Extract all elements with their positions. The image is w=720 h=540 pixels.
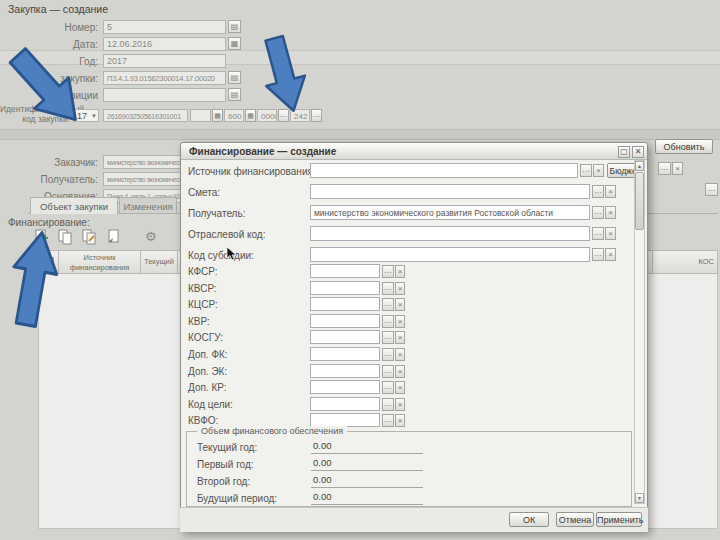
kbk-field-0[interactable] — [310, 264, 380, 278]
field-value-0[interactable]: 5 — [103, 20, 226, 34]
kbk-field-1[interactable] — [310, 281, 380, 295]
kbk-clear-icon-1[interactable]: × — [395, 282, 405, 295]
apply-button[interactable]: Применить — [596, 512, 642, 527]
kbk-clear-icon-9[interactable]: × — [395, 414, 405, 427]
maximize-icon[interactable]: ▢ — [618, 146, 630, 158]
recipient-clear-icon[interactable]: × — [605, 206, 616, 219]
table-header-source[interactable]: Источник финансирования — [58, 250, 141, 274]
field-button-doc-icon[interactable]: ▤ — [228, 71, 241, 84]
field-value-2[interactable]: 2017 — [103, 54, 226, 68]
volume-value-3[interactable]: 0.00 — [311, 491, 423, 505]
industry-code-clear-icon[interactable]: × — [605, 227, 616, 240]
ikz-picker2-icon[interactable]: ▦ — [245, 109, 256, 122]
kbk-clear-icon-2[interactable]: × — [395, 298, 405, 311]
ikz-num3-lookup-button[interactable]: … — [311, 109, 322, 122]
recipient-field[interactable]: министерство экономического развития Рос… — [310, 205, 590, 220]
kbk-field-8[interactable] — [310, 397, 380, 411]
field-value-3[interactable]: П3.4.1.93.01562300014.17.00020 — [103, 71, 226, 85]
kbk-field-5[interactable] — [310, 347, 380, 361]
kbk-lookup-button-2[interactable]: … — [382, 298, 394, 311]
kbk-field-4[interactable] — [310, 330, 380, 344]
modal-scrollbar[interactable]: ▲ ▼ — [634, 160, 645, 504]
ikz-empty-field[interactable] — [190, 109, 211, 122]
volume-label-1: Первый год: — [197, 459, 254, 470]
kbk-lookup-button-1[interactable]: … — [382, 282, 394, 295]
ikz-picker-icon[interactable]: ▦ — [212, 109, 223, 122]
kbk-clear-icon-6[interactable]: × — [395, 365, 405, 378]
kbk-label-5: Доп. ФК: — [188, 349, 228, 360]
table-header-current-year[interactable]: Текущий год — [140, 250, 178, 274]
delete-financing-icon[interactable] — [105, 229, 121, 245]
kbk-clear-icon-7[interactable]: × — [395, 381, 405, 394]
kbk-lookup-button-0[interactable]: … — [382, 265, 394, 278]
kbk-lookup-button-6[interactable]: … — [382, 365, 394, 378]
kbk-lookup-button-9[interactable]: … — [382, 414, 394, 427]
basis-lookup-button[interactable]: … — [705, 183, 718, 196]
ikz-code-field[interactable]: 26169032505616301001 — [103, 109, 188, 122]
kbk-clear-icon-3[interactable]: × — [395, 315, 405, 328]
edit-financing-icon[interactable] — [81, 229, 97, 245]
volume-value-1[interactable]: 0.00 — [311, 457, 423, 471]
scroll-down-icon[interactable]: ▼ — [635, 493, 644, 503]
kbk-field-9[interactable] — [310, 413, 380, 427]
separator-band-mid — [0, 129, 720, 140]
source-field[interactable] — [310, 163, 578, 178]
ikz-num1-field[interactable]: 600 — [224, 109, 244, 122]
field-value-4[interactable] — [103, 88, 226, 102]
subsidy-code-label: Код субсидии: — [188, 250, 254, 261]
recipient-label: Получатель: — [188, 208, 245, 219]
tab-purchase-object[interactable]: Объект закупки — [30, 197, 118, 214]
kbk-clear-icon-0[interactable]: × — [395, 265, 405, 278]
ok-button[interactable]: ОК — [509, 512, 549, 527]
kbk-field-3[interactable] — [310, 314, 380, 328]
kbk-label-0: КФСР: — [188, 266, 218, 277]
chevron-down-icon: ▼ — [91, 111, 97, 122]
dialog-title: Финансирование — создание — [181, 143, 647, 160]
customer-clear-icon[interactable]: × — [672, 162, 683, 175]
kbk-clear-icon-4[interactable]: × — [395, 331, 405, 344]
dialog-footer: ОКОтменаПрименить — [180, 507, 648, 532]
field-button-doc-icon[interactable]: ▤ — [228, 88, 241, 101]
kbk-lookup-button-5[interactable]: … — [382, 348, 394, 361]
volume-value-0[interactable]: 0.00 — [311, 440, 423, 454]
volume-label-2: Второй год: — [197, 476, 250, 487]
subsidy-code-lookup-button[interactable]: … — [592, 248, 604, 261]
source-lookup-button[interactable]: … — [580, 164, 592, 177]
industry-code-field[interactable] — [310, 226, 590, 241]
cancel-button[interactable]: Отмена — [556, 512, 594, 527]
estimate-clear-icon[interactable]: × — [605, 185, 616, 198]
volume-value-2[interactable]: 0.00 — [311, 474, 423, 488]
kbk-lookup-button-4[interactable]: … — [382, 331, 394, 344]
kbk-field-7[interactable] — [310, 380, 380, 394]
close-icon[interactable]: ✕ — [632, 146, 644, 158]
kbk-lookup-button-8[interactable]: … — [382, 398, 394, 411]
kbk-label-9: КВФО: — [188, 415, 218, 426]
kbk-label-4: КОСГУ: — [188, 332, 223, 343]
tab-changes[interactable]: Изменения — [119, 197, 177, 214]
kbk-clear-icon-5[interactable]: × — [395, 348, 405, 361]
kbk-field-6[interactable] — [310, 364, 380, 378]
kbk-lookup-button-3[interactable]: … — [382, 315, 394, 328]
kbk-label-6: Доп. ЭК: — [188, 366, 227, 377]
field-button-calendar-icon[interactable]: ▦ — [228, 37, 241, 50]
recipient-lookup-button[interactable]: … — [592, 206, 604, 219]
kbk-lookup-button-7[interactable]: … — [382, 381, 394, 394]
refresh-button[interactable]: Обновить — [655, 139, 713, 154]
field-button-doc-icon[interactable]: ▤ — [228, 20, 241, 33]
scroll-up-icon[interactable]: ▲ — [635, 161, 644, 171]
kbk-label-2: КЦСР: — [188, 299, 218, 310]
subsidy-code-clear-icon[interactable]: × — [605, 248, 616, 261]
estimate-field[interactable] — [310, 184, 590, 199]
source-clear-icon[interactable]: × — [593, 164, 604, 177]
estimate-lookup-button[interactable]: … — [592, 185, 604, 198]
customer-lookup-button[interactable]: … — [658, 162, 671, 175]
scroll-thumb[interactable] — [635, 172, 644, 230]
kbk-field-2[interactable] — [310, 297, 380, 311]
table-header-kosgu[interactable]: КОС — [652, 250, 718, 274]
kbk-clear-icon-8[interactable]: × — [395, 398, 405, 411]
field-value-1[interactable]: 12.06.2016 — [103, 37, 226, 51]
subsidy-code-field[interactable] — [310, 247, 590, 262]
party-label-1: Получатель: — [0, 174, 98, 185]
settings-gear-icon[interactable]: ⚙ — [145, 229, 157, 245]
industry-code-lookup-button[interactable]: … — [592, 227, 604, 240]
